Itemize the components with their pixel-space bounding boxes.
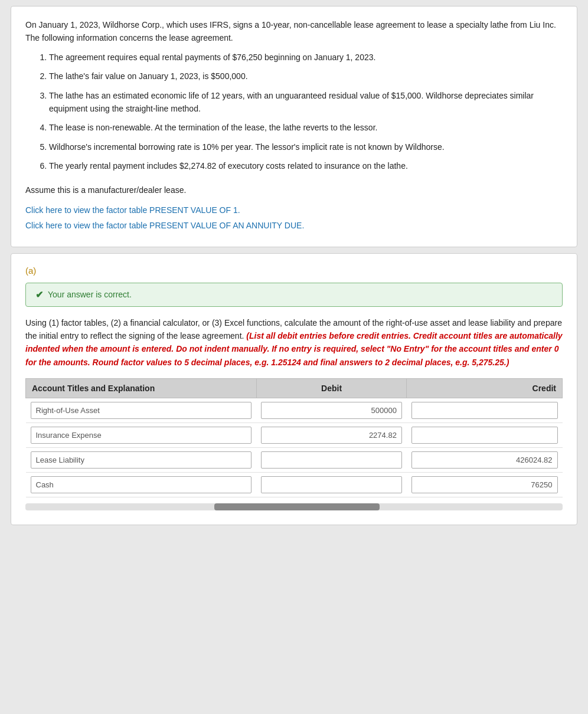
- part-a-label: (a): [25, 266, 563, 276]
- list-item: The lathe's fair value on January 1, 202…: [49, 70, 563, 83]
- intro-paragraph: On January 1, 2023, Wildhorse Corp., whi…: [25, 18, 563, 45]
- credit-input[interactable]: [411, 476, 558, 493]
- scenario-list: The agreement requires equal rental paym…: [37, 51, 563, 173]
- credit-input[interactable]: [411, 427, 558, 444]
- scenario-card: On January 1, 2023, Wildhorse Corp., whi…: [11, 6, 577, 247]
- list-item: The lathe has an estimated economic life…: [49, 89, 563, 116]
- debit-input[interactable]: [261, 402, 402, 419]
- part-a-card: (a) ✔ Your answer is correct. Using (1) …: [11, 253, 577, 526]
- table-row: [26, 398, 563, 423]
- list-item: The yearly rental payment includes $2,27…: [49, 159, 563, 172]
- col-header-debit: Debit: [256, 379, 407, 398]
- pv-annuity-link[interactable]: Click here to view the factor table PRES…: [25, 219, 563, 232]
- pv1-link[interactable]: Click here to view the factor table PRES…: [25, 204, 563, 217]
- scrollbar-thumb[interactable]: [214, 503, 380, 510]
- table-row: [26, 473, 563, 497]
- credit-input[interactable]: [411, 451, 558, 469]
- account-title-input[interactable]: [31, 451, 252, 469]
- table-row: [26, 423, 563, 448]
- correct-message: Your answer is correct.: [48, 290, 132, 299]
- instructions: Using (1) factor tables, (2) a financial…: [25, 316, 563, 369]
- scenario-text: On January 1, 2023, Wildhorse Corp., whi…: [25, 18, 563, 232]
- account-title-input[interactable]: [31, 476, 252, 493]
- list-item: The lease is non-renewable. At the termi…: [49, 121, 563, 134]
- scrollbar-area[interactable]: [25, 503, 563, 510]
- table-row: [26, 448, 563, 473]
- col-header-credit: Credit: [407, 379, 563, 398]
- col-header-account: Account Titles and Explanation: [26, 379, 257, 398]
- account-title-input[interactable]: [31, 427, 252, 444]
- correct-banner: ✔ Your answer is correct.: [25, 283, 563, 307]
- debit-input[interactable]: [261, 476, 402, 493]
- debit-input[interactable]: [261, 427, 402, 444]
- entry-table: Account Titles and Explanation Debit Cre…: [25, 378, 563, 497]
- debit-input[interactable]: [261, 451, 402, 469]
- account-title-input[interactable]: [31, 402, 252, 419]
- assume-text: Assume this is a manufacturer/dealer lea…: [25, 184, 563, 196]
- list-item: The agreement requires equal rental paym…: [49, 51, 563, 64]
- check-icon: ✔: [35, 289, 43, 300]
- credit-input[interactable]: [411, 402, 558, 419]
- list-item: Wildhorse's incremental borrowing rate i…: [49, 140, 563, 153]
